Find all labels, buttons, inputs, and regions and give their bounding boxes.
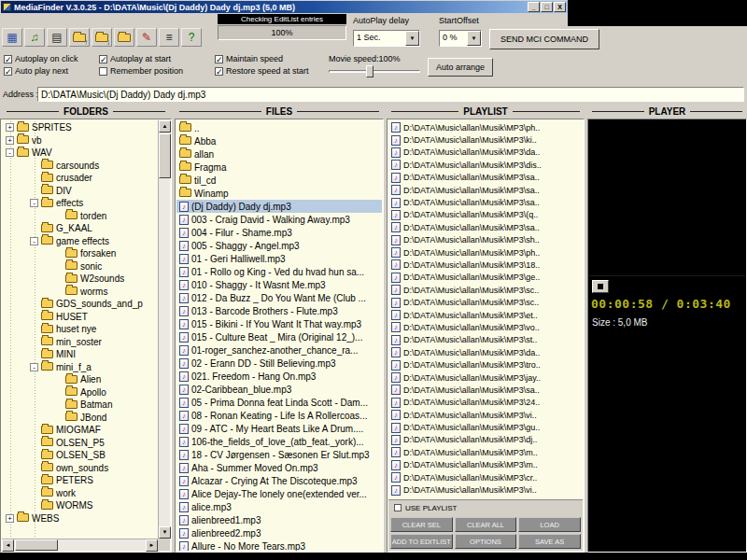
playlist-item[interactable]: D:\DATA\Music\allan\Musik\MP3\dj..	[388, 434, 583, 446]
autoplay-delay-select[interactable]: 1 Sec. ▼	[353, 30, 420, 47]
folder-tree-item[interactable]: work	[2, 487, 158, 500]
folder-tree-item[interactable]: crusader	[2, 172, 158, 185]
stop-button[interactable]	[592, 280, 609, 293]
playlist-item[interactable]: D:\DATA\Music\allan\Musik\MP3\sc..	[388, 296, 583, 308]
tree-expander-icon[interactable]: +	[6, 136, 14, 145]
playlist-item[interactable]: D:\DATA\Music\allan\Musik\MP3\24..	[388, 397, 583, 409]
folder-tree-item[interactable]: - mini_f_a	[2, 361, 158, 374]
vertical-scroll-thumb[interactable]	[159, 133, 171, 178]
tree-expander-icon[interactable]: -	[30, 237, 38, 245]
option-checkbox[interactable]: Autoplay on click	[4, 54, 78, 63]
playlist-item[interactable]: D:\DATA\Music\allan\Musik\MP3\da..	[388, 147, 583, 159]
save-as-button[interactable]: SAVE AS	[518, 534, 581, 549]
file-list-item[interactable]: til_cd	[176, 174, 382, 187]
file-list-item[interactable]: Alcazar - Crying At The Discoteque.mp3	[176, 474, 382, 487]
file-list-item[interactable]: 004 - Filur - Shame.mp3	[176, 226, 382, 239]
file-list-item[interactable]: 013 - Barcode Brothers - Flute.mp3	[176, 304, 382, 317]
maximize-button[interactable]: □	[541, 2, 553, 12]
playlist-item[interactable]: D:\DATA\Music\allan\Musik\MP3\st..	[388, 334, 583, 346]
folder-tree-item[interactable]: W2sounds	[2, 273, 158, 286]
playlist-item[interactable]: D:\DATA\Music\allan\Musik\MP3\vi..	[388, 483, 583, 496]
playlist-item[interactable]: D:\DATA\Music\allan\Musik\MP3\18..	[388, 259, 583, 271]
folder-tree-item[interactable]: - effects	[2, 197, 158, 210]
file-list-item[interactable]: 003 - Craig David - Walking Away.mp3	[176, 213, 382, 226]
folder-tree-item[interactable]: GDS_sounds_and_p	[2, 298, 158, 311]
add-to-editlist-button[interactable]: ADD TO EDITLIST	[390, 534, 453, 549]
file-list-item[interactable]: 010 - Shaggy - It Wasnt Me.mp3	[176, 278, 382, 291]
playlist-item[interactable]: D:\DATA\Music\allan\Musik\MP3\m..	[388, 459, 583, 471]
file-list-item[interactable]: ..	[176, 121, 382, 134]
address-input[interactable]	[37, 87, 744, 102]
file-list-item[interactable]: allan	[176, 147, 382, 161]
file-list-item[interactable]: 015 - Culture Beat _ Mira (Original 12_)…	[176, 330, 382, 343]
playlist-item[interactable]: D:\DATA\Music\allan\Musik\MP3\sa..	[388, 196, 583, 208]
chevron-down-icon[interactable]: ▼	[467, 31, 481, 46]
folder-tree-item[interactable]: own_sounds	[2, 462, 158, 475]
option-checkbox[interactable]: Auto play next	[4, 66, 68, 76]
folders-vertical-scrollbar[interactable]: ▲ ▼	[158, 120, 170, 539]
clear-all-button[interactable]: CLEAR ALL	[455, 517, 517, 532]
tree-expander-icon[interactable]: -	[30, 363, 38, 371]
option-checkbox[interactable]: Autoplay at start	[99, 54, 171, 63]
clapper-icon[interactable]: ▦	[2, 28, 22, 47]
close-button[interactable]: X	[554, 2, 566, 12]
folder-up-icon[interactable]: ↑	[69, 28, 90, 47]
folder-tree-item[interactable]: carsounds	[2, 160, 158, 173]
folder-tree-item[interactable]: Apollo	[2, 386, 158, 399]
folders-horizontal-scrollbar[interactable]: ◄ ►	[2, 539, 158, 551]
folder-tree-item[interactable]: worms	[2, 286, 158, 299]
folder-tree-item[interactable]: huset nye	[2, 323, 158, 336]
music-note-icon[interactable]: ♫	[24, 28, 45, 47]
playlist-item[interactable]: D:\DATA\Music\allan\Musik\MP3\sa..	[388, 172, 583, 184]
help-icon[interactable]: ?	[181, 28, 202, 47]
option-checkbox[interactable]: Remember position	[99, 66, 183, 76]
file-list-item[interactable]: 18 - CV Jørgensen - Sæsonen Er Slut.mp3	[176, 448, 382, 461]
file-list-item[interactable]: Alice Dejay-The lonely one(extended ver.…	[176, 487, 382, 500]
playlist-item[interactable]: D:\DATA\Music\allan\Musik\MP3\sc..	[388, 284, 583, 296]
file-list-item[interactable]: alienbreed2.mp3	[176, 526, 382, 539]
file-list-item[interactable]: Winamp	[176, 187, 382, 200]
folder-open-icon[interactable]: ↓	[92, 28, 112, 47]
file-list-item[interactable]: Allure - No More Tears.mp3	[176, 539, 382, 551]
file-list-item[interactable]: alienbreed1.mp3	[176, 513, 382, 526]
file-list-item[interactable]: Aha - Summer Moved On.mp3	[176, 461, 382, 474]
file-list-item[interactable]: 09 - ATC - My Heart Beats Like A Drum...…	[176, 422, 382, 435]
folder-tree-item[interactable]: forsaken	[2, 247, 158, 260]
playlist-item[interactable]: D:\DATA\Music\allan\Musik\MP3\ki..	[388, 133, 583, 146]
file-list-item[interactable]: 05 - Prima Donna feat Linda Scott - Dam.…	[176, 396, 382, 409]
folder-tree-item[interactable]: G_KAAL	[2, 222, 158, 235]
folder-tree-item[interactable]: + WEBS	[2, 512, 158, 525]
folder-tree-item[interactable]: min_soster	[2, 336, 158, 349]
file-list-item[interactable]: 02 - Erann DD - Still Believing.mp3	[176, 357, 382, 370]
folder-tree-item[interactable]: WORMS	[2, 499, 158, 512]
option-checkbox[interactable]: Maintain speed	[215, 54, 283, 63]
folder-tree-item[interactable]: PETERS	[2, 474, 158, 487]
file-list-item[interactable]: 021. Freedom - Hang On.mp3	[176, 370, 382, 383]
playlist-item[interactable]: D:\DATA\Music\allan\Musik\MP3\gu..	[388, 421, 583, 433]
folder-tree-item[interactable]: Alien	[2, 373, 158, 386]
folder-tree-item[interactable]: DIV	[2, 185, 158, 198]
start-offset-select[interactable]: 0 % ▼	[439, 30, 482, 47]
movie-speed-slider[interactable]	[329, 65, 420, 77]
playlist-item[interactable]: D:\DATA\Music\allan\Musik\MP3\sa..	[388, 221, 583, 233]
clear-sel-button[interactable]: CLEAR SEL	[390, 517, 453, 532]
list-icon[interactable]: ≡	[159, 28, 179, 47]
playlist-item[interactable]: D:\DATA\Music\allan\Musik\MP3\dis..	[388, 159, 583, 171]
auto-arrange-button[interactable]: Auto arrange	[428, 58, 493, 77]
file-list-item[interactable]: Abba	[176, 134, 382, 147]
folder-tree-item[interactable]: + SPRITES	[2, 121, 158, 134]
folder-new-icon[interactable]	[114, 28, 134, 47]
playlist-item[interactable]: D:\DATA\Music\allan\Musik\MP3\vo..	[388, 321, 583, 333]
options-button[interactable]: OPTIONS	[455, 534, 517, 549]
file-list-item[interactable]: alice.mp3	[176, 500, 382, 513]
playlist-item[interactable]: D:\DATA\Music\allan\Musik\MP3\sa..	[388, 184, 583, 196]
load-button[interactable]: LOAD	[518, 517, 581, 532]
scroll-right-icon[interactable]: ►	[146, 539, 158, 552]
tree-expander-icon[interactable]: +	[6, 514, 14, 523]
folder-tree-item[interactable]: OLSEN_P5	[2, 437, 158, 450]
playlist-item[interactable]: D:\DATA\Music\allan\Musik\MP3\tro..	[388, 358, 583, 371]
send-mci-command-button[interactable]: SEND MCI COMMAND	[489, 29, 599, 49]
playlist-item[interactable]: D:\DATA\Music\allan\Musik\MP3\sa..	[388, 384, 583, 396]
file-list-item[interactable]: 015 - Bikini - If You Want It That way.m…	[176, 317, 382, 330]
edit-icon[interactable]: ✎	[136, 28, 157, 47]
